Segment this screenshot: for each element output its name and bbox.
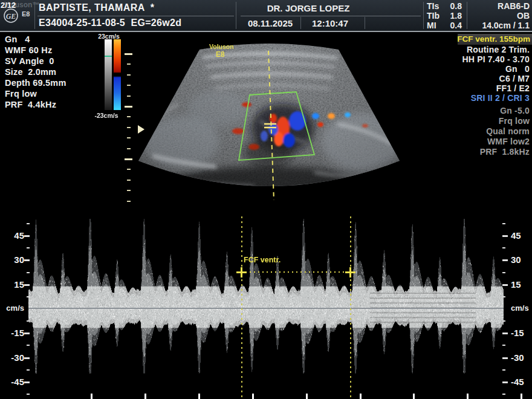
caliper-label: FCF ventr. (244, 256, 281, 264)
tick (27, 394, 30, 395)
tick (27, 272, 30, 273)
param-c6-m7: C6 / M7 (499, 74, 530, 83)
colorbar-min-label: -23cm/s (89, 112, 124, 119)
ti-bone-row: TIb 1.8 (427, 11, 462, 21)
tick (502, 223, 505, 224)
header-rule (241, 16, 421, 16)
axis-label: 15 (511, 279, 532, 290)
tick (24, 332, 30, 334)
patient-name: BAPTISTE, THAMARA * (39, 2, 154, 13)
axis-label: 45 (511, 230, 532, 241)
tick (502, 284, 508, 286)
caliper-line-end[interactable] (350, 216, 351, 398)
tick (127, 169, 131, 170)
caliper-marker-start[interactable] (236, 267, 247, 277)
caliper-marker-end[interactable] (345, 267, 355, 277)
param-sv-size: Size 2.0mm (5, 67, 56, 77)
tick (24, 235, 30, 237)
tick (502, 235, 508, 237)
ti-value: 1.8 (450, 11, 462, 21)
tick (502, 369, 505, 371)
tick (252, 394, 254, 399)
tick (502, 394, 505, 395)
mi-label: MI (427, 21, 436, 30)
axis-label: -15 (511, 328, 532, 338)
system-model-label: E8 (22, 10, 30, 18)
param-ff1-e2: FF1 / E2 (496, 83, 530, 93)
tick (127, 63, 131, 65)
tick (91, 394, 92, 399)
mi-value: 0.4 (450, 21, 462, 30)
tick (127, 96, 131, 97)
tick (502, 259, 508, 261)
ge-logo-icon: GE (3, 8, 19, 24)
param-preset: Routine 2 Trim. (467, 45, 530, 54)
tick (306, 394, 308, 399)
tick (127, 116, 131, 117)
tick (502, 296, 505, 297)
tick (27, 296, 30, 297)
svg-text:GE: GE (6, 12, 16, 21)
ti-soft-row: TIs 0.8 (427, 1, 462, 11)
tick (502, 357, 508, 359)
ultrasound-screen: Voluson™ 2/12 GE E8 BAPTISTE, THAMARA * … (0, 0, 532, 399)
velocity-colorbar (114, 39, 121, 110)
tick (24, 284, 30, 286)
exam-time: 12:10:47 (302, 18, 358, 28)
header-divider (300, 17, 301, 29)
tick (360, 394, 362, 399)
param-depth: Depth 69.5mm (5, 78, 66, 88)
axis-label: 30 (5, 255, 24, 265)
ti-value: 0.8 (450, 1, 462, 11)
param-d-qual: Qual norm (486, 126, 530, 136)
tick (127, 201, 131, 202)
header-divider (365, 17, 365, 29)
tick (413, 394, 415, 399)
axis-label: 45 (5, 230, 24, 241)
tick (127, 74, 131, 76)
tick (502, 345, 505, 346)
ti-label: TIb (427, 11, 440, 21)
tick (127, 137, 131, 138)
param-d-prf: PRF 1.8kHz (480, 147, 530, 157)
probe-name: RAB6-D (463, 1, 530, 11)
caliper-connector (241, 271, 350, 273)
grayscale-bar (105, 39, 112, 110)
caliper-line-start[interactable] (241, 216, 242, 398)
tick (27, 223, 30, 224)
watermark-model: E8 (216, 50, 225, 59)
graymap-marker (105, 56, 112, 57)
tick (127, 85, 131, 86)
tick (502, 320, 505, 322)
tick (125, 158, 132, 160)
watermark-brand: Voluson (209, 43, 234, 50)
param-harmonics: HH PI 7.40 - 3.70 (462, 54, 530, 64)
tick (502, 247, 505, 248)
tick (144, 394, 146, 399)
ti-label: TIs (427, 1, 439, 11)
axis-unit-label: cm/s (511, 303, 532, 313)
tick (24, 381, 30, 383)
param-wmf: WMF 60 Hz (5, 45, 52, 55)
tick (467, 394, 469, 399)
param-sv-angle: SV Angle 0 (5, 56, 54, 66)
exam-id: E34004-25-11-08-5 EG=26w2d (39, 18, 181, 28)
param-prf: PRF 4.4kHz (5, 100, 56, 109)
mi-row: MI 0.4 (427, 21, 462, 30)
spectrum-baseline[interactable] (28, 308, 504, 309)
tick (127, 127, 131, 128)
axis-label: -15 (5, 328, 24, 338)
physician-name: DR. JORGE LOPEZ (236, 3, 381, 13)
tick (24, 259, 30, 261)
param-gain-2d: Gn 0 (505, 64, 530, 74)
tick (125, 53, 132, 55)
focus-marker[interactable] (138, 125, 144, 134)
tick (198, 394, 200, 399)
axis-label: -45 (511, 377, 532, 387)
tick (27, 247, 30, 248)
axis-label: 15 (5, 279, 24, 290)
tick (24, 357, 30, 359)
tick (521, 394, 522, 399)
tick (502, 272, 505, 273)
fcf-measure-result: FCF ventr. 155bpm (457, 34, 530, 44)
